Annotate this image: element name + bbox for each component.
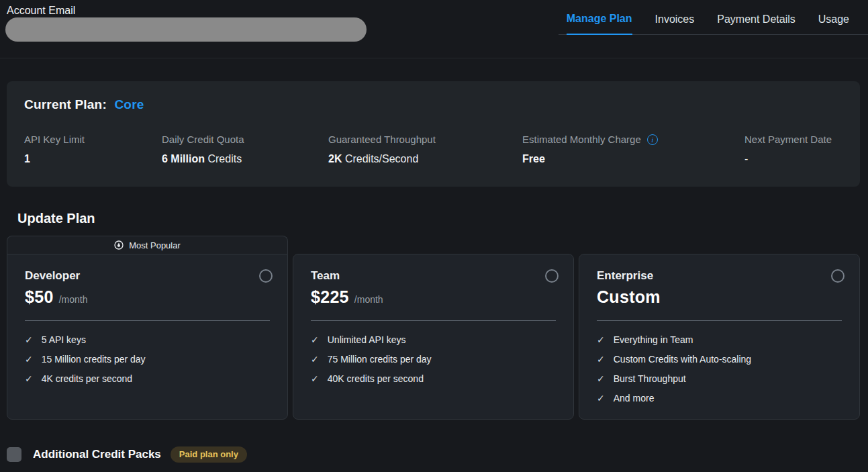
paid-plan-only-badge: Paid plan only [171,446,247,463]
stat-value: Free [522,153,744,165]
feature-list: ✓5 API keys ✓15 Million credits per day … [25,334,270,384]
feature-item: ✓75 Million credits per day [311,354,556,365]
update-plan-heading: Update Plan [17,211,868,226]
stat-label: Daily Credit Quota [162,134,244,145]
plan-price: $50 [25,287,54,307]
stat-label: Estimated Monthly Charge [522,134,641,145]
feature-item: ✓Burst Throughput [597,373,842,384]
current-plan-name: Core [114,97,144,111]
plan-price: Custom [597,287,661,307]
check-icon: ✓ [25,373,33,384]
check-icon: ✓ [25,334,33,345]
most-popular-label: Most Popular [129,240,181,250]
stat-next-payment-date: Next Payment Date - [744,134,842,165]
stat-value: - [744,153,842,165]
account-email-input[interactable] [5,17,367,42]
stat-daily-credit-quota: Daily Credit Quota 6 Million Credits [162,134,328,165]
feature-list: ✓Unlimited API keys ✓75 Million credits … [311,334,556,384]
stat-value: 6 Million Credits [162,153,328,165]
stat-value: 1 [24,153,162,165]
tab-payment-details[interactable]: Payment Details [717,13,795,34]
flame-icon [114,240,124,250]
info-circle-icon[interactable]: i [647,134,658,145]
radio-enterprise[interactable] [831,269,845,283]
current-plan-title: Current Plan: Core [24,97,842,112]
feature-item: ✓Custom Credits with Auto-scaling [597,354,842,365]
check-icon: ✓ [597,373,605,384]
stat-label: Next Payment Date [744,134,832,145]
plan-period: /month [354,294,383,305]
account-email-label: Account Email [7,5,75,17]
feature-item: ✓Unlimited API keys [311,334,556,345]
feature-list: ✓Everything in Team ✓Custom Credits with… [597,334,842,404]
page-header: Account Email Manage Plan Invoices Payme… [0,0,868,58]
feature-item: ✓4K credits per second [25,373,270,384]
tab-manage-plan[interactable]: Manage Plan [567,13,632,35]
plan-card-team[interactable]: Team $225 /month ✓Unlimited API keys ✓75… [293,254,574,420]
plan-team: Team $225 /month ✓Unlimited API keys ✓75… [293,254,574,420]
feature-item: ✓And more [597,393,842,404]
current-plan-card: Current Plan: Core API Key Limit 1 Daily… [7,81,860,187]
plan-title: Enterprise [597,269,842,283]
feature-item: ✓15 Million credits per day [25,354,270,365]
plan-period: /month [59,294,88,305]
current-plan-title-prefix: Current Plan: [24,97,107,111]
stat-label: Guaranteed Throughput [328,134,436,145]
feature-item: ✓40K credits per second [311,373,556,384]
plan-divider [597,320,842,321]
feature-item: ✓Everything in Team [597,334,842,345]
credit-packs-label: Additional Credit Packs [33,448,161,461]
plan-divider [25,320,270,321]
check-icon: ✓ [311,334,319,345]
check-icon: ✓ [311,354,319,365]
check-icon: ✓ [25,354,33,365]
stat-guaranteed-throughput: Guaranteed Throughput 2K Credits/Second [328,134,522,165]
plan-title: Developer [25,269,270,283]
plan-divider [311,320,556,321]
plan-enterprise: Enterprise Custom ✓Everything in Team ✓C… [579,254,860,420]
radio-developer[interactable] [259,269,273,283]
current-plan-stats: API Key Limit 1 Daily Credit Quota 6 Mil… [24,134,842,165]
plan-card-developer[interactable]: Developer $50 /month ✓5 API keys ✓15 Mil… [7,254,288,420]
additional-credit-packs-row: Additional Credit Packs Paid plan only [7,446,868,463]
plan-card-enterprise[interactable]: Enterprise Custom ✓Everything in Team ✓C… [579,254,860,420]
plan-price: $225 [311,287,349,307]
check-icon: ✓ [311,373,319,384]
check-icon: ✓ [597,393,605,404]
feature-item: ✓5 API keys [25,334,270,345]
stat-value: 2K Credits/Second [328,153,522,165]
stat-label: API Key Limit [24,134,85,145]
tab-usage[interactable]: Usage [818,13,849,34]
billing-tabs: Manage Plan Invoices Payment Details Usa… [559,0,868,35]
tab-invoices[interactable]: Invoices [655,13,695,34]
plan-title: Team [311,269,556,283]
check-icon: ✓ [597,334,605,345]
check-icon: ✓ [597,354,605,365]
plan-developer: Most Popular Developer $50 /month ✓5 API… [7,236,288,420]
most-popular-banner: Most Popular [7,236,288,254]
credit-packs-checkbox[interactable] [7,447,21,462]
stat-estimated-monthly-charge: Estimated Monthly Charge i Free [522,134,744,165]
stat-api-key-limit: API Key Limit 1 [24,134,162,165]
radio-team[interactable] [545,269,559,283]
plan-cards: Most Popular Developer $50 /month ✓5 API… [7,236,860,420]
